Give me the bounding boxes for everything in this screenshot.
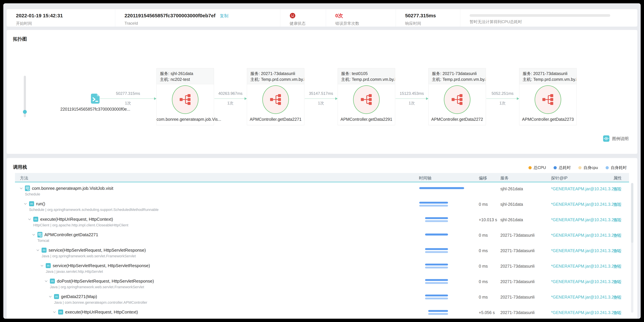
probe-ip-link[interactable]: *GENERATEAPM.jar@10.241.3.204 [551, 295, 618, 299]
method-type-icon: m [46, 263, 51, 268]
legend-dot [554, 166, 557, 169]
view-attributes-link[interactable]: 查看 [614, 264, 622, 269]
callstack-scrollbar[interactable] [631, 183, 633, 313]
method-type-icon: m [42, 247, 46, 253]
method-detail: Java | com.bonree.generateapm.controller… [54, 300, 147, 305]
service-name: 20271-73datasunli [500, 310, 534, 315]
chevron-down-icon[interactable] [20, 187, 22, 189]
chevron-down-icon[interactable] [36, 249, 39, 251]
timeline-bars [419, 214, 464, 229]
trace-id-label: TraceId [124, 21, 280, 26]
callstack-row[interactable]: com.bonree.generateapm.job.VisitJob.visi… [15, 183, 629, 198]
method-detail: Tomcat [38, 238, 49, 243]
script-file-icon [90, 93, 100, 104]
legend-label: 自身cpu [584, 165, 598, 170]
callstack-row[interactable]: m execute(HttpUriRequest, HttpContext) H… [15, 214, 629, 229]
copy-trace-id-button[interactable]: 复制 [220, 13, 228, 18]
probe-ip-link[interactable]: *GENERATEAPM.jar@10.241.3.202 [551, 202, 618, 207]
start-time-block: 2022-01-19 15:42:31 开始时间 [7, 9, 115, 27]
timeline-bars [419, 198, 464, 214]
start-time-value: 2022-01-19 15:42:31 [16, 13, 115, 19]
callstack-scrollbar-thumb[interactable] [631, 183, 633, 243]
callstack-row[interactable]: m service(HttpServletRequest, HttpServle… [15, 245, 629, 260]
topology-service-node[interactable]: 服务: test0105 主机: Temp.prd.comm.vm.by.idc… [338, 68, 395, 125]
topology-service-node[interactable]: 服务: 20271-73datasunli 主机: Temp.prd.comm.… [519, 68, 577, 125]
edge-duration: 15123.453ms [396, 91, 428, 96]
node-host: 主机: Temp.prd.comm.vm.by.idc.b... [250, 77, 304, 82]
view-attributes-link[interactable]: 查看 [614, 310, 622, 316]
node-host: 主机: Temp.prd.comm.vm.by.idc.b... [523, 77, 576, 82]
sitemap-icon [451, 93, 464, 106]
view-attributes-link[interactable]: 查看 [614, 186, 622, 192]
col-method: 方法 [20, 175, 28, 181]
zoom-slider[interactable] [24, 76, 26, 117]
method-name: getData2271(Map) [61, 294, 97, 299]
chevron-down-icon[interactable] [49, 295, 52, 297]
chevron-down-icon[interactable] [24, 202, 26, 205]
topology-edge: 40263.967ms 1次 [214, 99, 246, 99]
callstack-row[interactable]: APMController.getData2271 Tomcat 0 ms 20… [15, 229, 629, 245]
edge-call-count: 1次 [396, 101, 428, 106]
offset-value: +5.056 s [479, 310, 495, 315]
sitemap-icon [542, 93, 554, 106]
callstack-row[interactable]: m run() Schedule | org.springframework.s… [15, 198, 629, 214]
topology-service-node[interactable]: 服务: 20271-73datasunli 主机: Temp.prd.comm.… [247, 68, 304, 125]
edge-duration: 35147.517ms [305, 91, 337, 96]
probe-ip-link[interactable]: *GENERATEAPM.jar@10.241.3.202 [551, 186, 618, 191]
probe-ip-link[interactable]: *GENERATEAPM.jar@10.241.3.204 [551, 279, 618, 284]
method-type-icon: m [54, 294, 59, 299]
view-attributes-link[interactable]: 查看 [614, 248, 622, 254]
method-name: execute(HttpUriRequest, HttpContext) [65, 309, 138, 315]
node-header: 服务: 20271-73datasunli 主机: Temp.prd.comm.… [519, 68, 576, 84]
node-host: 主机: nc202-test [160, 77, 214, 82]
callstack-row[interactable]: m service(HttpServletRequest, HttpServle… [15, 260, 629, 276]
callstack-row[interactable]: m execute(HttpUriRequest, HttpContext) +… [15, 306, 629, 319]
chevron-down-icon[interactable] [41, 264, 43, 267]
method-detail: Java | org.springframework.web.servlet.F… [50, 285, 144, 289]
legend-item: 总耗时 [554, 165, 571, 170]
response-time-block: 50277.315ms 响应时间 [396, 9, 460, 27]
error-count-value: 0次 [335, 13, 396, 19]
chevron-down-icon[interactable] [32, 233, 35, 236]
topology-edge: 35147.517ms 1次 [305, 99, 337, 99]
probe-ip-link[interactable]: *GENERATEAPM.jar@10.241.3.204 [551, 233, 618, 238]
topology-legend-button[interactable]: 图例说明 [603, 135, 629, 142]
probe-ip-link[interactable]: *GENERATEAPM.jar@10.241.3.204 [551, 310, 618, 315]
node-status-circle [262, 85, 289, 114]
service-name: sjhl-261data [500, 217, 523, 222]
trace-root-node[interactable] [90, 93, 100, 104]
chevron-down-icon[interactable] [53, 310, 56, 313]
node-header: 服务: test0105 主机: Temp.prd.comm.vm.by.idc… [338, 68, 395, 84]
cpu-label: 暂时无法计算得到CPU总耗时 [470, 19, 637, 25]
view-attributes-link[interactable]: 查看 [614, 202, 622, 207]
chevron-down-icon[interactable] [45, 279, 48, 282]
method-detail: Schedule | org.springframework.schedulin… [29, 208, 158, 212]
trace-detail-page: 2022-01-19 15:42:31 开始时间 220119154565857… [3, 3, 641, 319]
edge-call-count: 1次 [100, 101, 156, 106]
sitemap-icon [269, 93, 282, 106]
timeline-bars [419, 291, 464, 306]
callstack-row[interactable]: m doPost(HttpServletRequest, HttpServlet… [15, 276, 629, 291]
view-attributes-link[interactable]: 查看 [614, 295, 622, 300]
offset-value: +10.013 s [479, 217, 497, 222]
service-name: sjhl-261data [500, 202, 523, 207]
health-block: 健康状态 [280, 9, 326, 27]
topology-service-node[interactable]: 服务: sjhl-261data 主机: nc202-test com.bonr… [156, 68, 214, 125]
chevron-down-icon[interactable] [28, 218, 31, 220]
view-attributes-link[interactable]: 查看 [614, 217, 622, 223]
method-detail: Java | javax.servlet.http.HttpServlet [46, 269, 103, 274]
timeline-bars [419, 183, 464, 198]
timeline-bars [419, 260, 464, 276]
probe-ip-link[interactable]: *GENERATEAPM.jar@10.241.3.204 [551, 264, 618, 269]
callstack-row[interactable]: m getData2271(Map) Java | com.bonree.gen… [15, 291, 629, 306]
probe-ip-link[interactable]: *GENERATEAPM.jar@10.241.3.202 [551, 217, 618, 222]
callstack-table-header: 方法 时间轴 偏移 服务 探针@IP 属性 [15, 173, 629, 182]
probe-ip-link[interactable]: *GENERATEAPM.jar@10.241.3.204 [551, 248, 618, 253]
node-endpoint-label: APMController.getData2271 [247, 117, 304, 122]
legend-eye-icon [603, 135, 610, 142]
view-attributes-link[interactable]: 查看 [614, 233, 622, 238]
view-attributes-link[interactable]: 查看 [614, 279, 622, 285]
node-service: 服务: 20271-73datasunli [250, 71, 304, 77]
zoom-slider-thumb[interactable] [23, 110, 27, 114]
topology-service-node[interactable]: 服务: 20271-73datasunli 主机: Temp.prd.comm.… [428, 68, 486, 125]
